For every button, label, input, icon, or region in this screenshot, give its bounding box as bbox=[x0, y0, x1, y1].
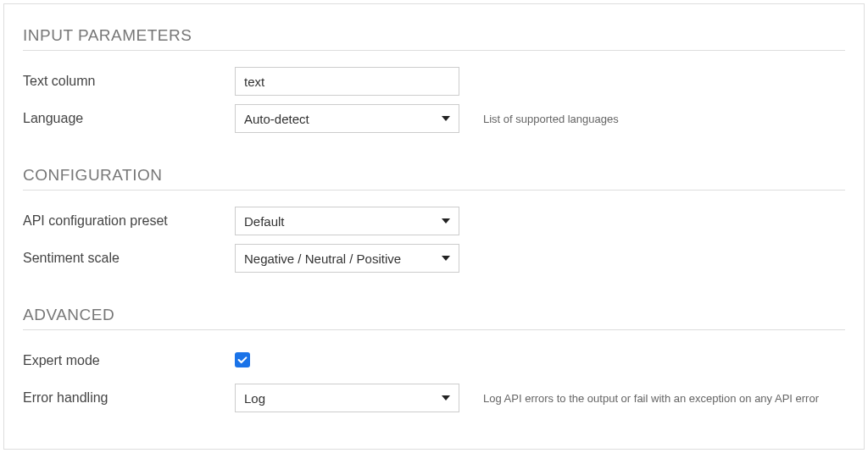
label-expert-mode: Expert mode bbox=[23, 353, 235, 368]
api-preset-select-value: Default bbox=[236, 214, 459, 229]
section-heading-advanced: ADVANCED bbox=[23, 306, 845, 330]
row-expert-mode: Expert mode bbox=[23, 345, 845, 376]
sentiment-scale-select-value: Negative / Neutral / Positive bbox=[236, 251, 459, 266]
section-heading-configuration: CONFIGURATION bbox=[23, 166, 845, 191]
row-language: Language Auto-detect List of supported l… bbox=[23, 103, 845, 134]
caret-down-icon bbox=[442, 218, 450, 224]
label-language: Language bbox=[23, 111, 235, 126]
checkmark-icon bbox=[236, 354, 248, 366]
settings-panel: INPUT PARAMETERS Text column Language Au… bbox=[3, 3, 865, 450]
label-text-column: Text column bbox=[23, 74, 235, 89]
label-sentiment-scale: Sentiment scale bbox=[23, 251, 235, 266]
language-select-value: Auto-detect bbox=[236, 112, 459, 126]
row-text-column: Text column bbox=[23, 66, 845, 97]
text-column-input[interactable] bbox=[235, 67, 459, 96]
label-api-preset: API configuration preset bbox=[23, 213, 235, 229]
language-help-text: List of supported languages bbox=[483, 113, 619, 125]
section-advanced: ADVANCED Expert mode Error handling Log … bbox=[23, 306, 845, 413]
error-handling-select[interactable]: Log bbox=[235, 384, 459, 412]
row-error-handling: Error handling Log Log API errors to the… bbox=[23, 383, 845, 413]
error-handling-help-text: Log API errors to the output or fail wit… bbox=[483, 392, 819, 405]
caret-down-icon bbox=[442, 256, 450, 261]
sentiment-scale-select[interactable]: Negative / Neutral / Positive bbox=[235, 244, 459, 273]
section-configuration: CONFIGURATION API configuration preset D… bbox=[23, 166, 845, 273]
label-error-handling: Error handling bbox=[23, 390, 235, 406]
expert-mode-checkbox[interactable] bbox=[235, 352, 250, 367]
error-handling-select-value: Log bbox=[236, 391, 459, 406]
section-heading-input: INPUT PARAMETERS bbox=[23, 26, 845, 51]
section-input-parameters: INPUT PARAMETERS Text column Language Au… bbox=[23, 26, 845, 134]
row-api-preset: API configuration preset Default bbox=[23, 206, 845, 236]
language-select[interactable]: Auto-detect bbox=[235, 104, 459, 133]
row-sentiment-scale: Sentiment scale Negative / Neutral / Pos… bbox=[23, 243, 845, 273]
api-preset-select[interactable]: Default bbox=[235, 207, 459, 235]
caret-down-icon bbox=[442, 395, 450, 401]
caret-down-icon bbox=[442, 116, 450, 121]
